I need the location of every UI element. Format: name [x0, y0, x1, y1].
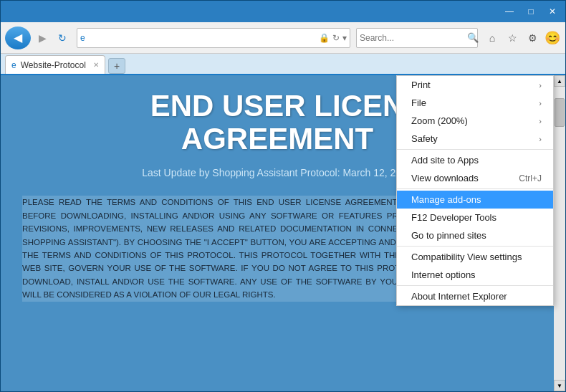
scroll-down-button[interactable]: ▼ — [554, 380, 565, 391]
address-refresh-icon[interactable]: ↻ — [332, 33, 340, 43]
forward-button[interactable]: ▶ — [34, 29, 51, 47]
scrollbar-thumb[interactable] — [555, 98, 565, 127]
maximize-button[interactable]: □ — [521, 4, 541, 19]
menu-item-arrow: › — [539, 99, 542, 107]
title-bar: — □ ✕ — [1, 1, 565, 22]
favorites-button[interactable]: ☆ — [504, 29, 521, 47]
menu-item-add-site[interactable]: Add site to Apps — [397, 151, 553, 169]
menu-item-view-downloads[interactable]: View downloadsCtrl+J — [397, 169, 553, 187]
menu-item-label: Print — [411, 80, 431, 90]
menu-item-print[interactable]: Print› — [397, 76, 553, 94]
home-button[interactable]: ⌂ — [484, 29, 501, 47]
menu-item-label: File — [411, 97, 426, 108]
address-dropdown-icon[interactable]: ▾ — [342, 33, 347, 43]
menu-item-shortcut: Ctrl+J — [519, 173, 542, 183]
back-button[interactable]: ◀ — [5, 27, 31, 49]
tab-favicon: e — [11, 60, 16, 70]
menu-separator — [397, 188, 553, 189]
menu-item-safety[interactable]: Safety› — [397, 130, 553, 148]
address-input[interactable] — [88, 33, 319, 43]
menu-separator — [397, 285, 553, 286]
menu-separator — [397, 149, 553, 150]
window-controls: — □ ✕ — [499, 4, 562, 19]
search-input[interactable] — [360, 33, 467, 43]
address-favicon: e — [80, 33, 85, 43]
menu-item-zoom[interactable]: Zoom (200%)› — [397, 112, 553, 130]
menu-item-label: Internet options — [411, 269, 476, 280]
active-tab[interactable]: e Website-Protocol ✕ — [5, 55, 105, 74]
menu-item-label: Go to pinned sites — [411, 230, 486, 241]
content-area: END USER LICEN AGREEMENT Last Update by … — [1, 75, 565, 391]
menu-item-label: Add site to Apps — [411, 155, 479, 166]
tab-bar: e Website-Protocol ✕ + — [1, 54, 565, 75]
menu-item-label: Safety — [411, 133, 438, 144]
tab-label: Website-Protocol — [21, 60, 86, 70]
menu-item-internet-options[interactable]: Internet options — [397, 266, 553, 284]
address-lock-icon: 🔒 — [319, 33, 330, 43]
menu-item-arrow: › — [539, 117, 542, 125]
menu-separator — [397, 246, 553, 247]
scroll-up-button[interactable]: ▲ — [554, 75, 565, 87]
menu-item-label: Zoom (200%) — [411, 115, 468, 126]
menu-item-file[interactable]: File› — [397, 94, 553, 112]
menu-item-compat-view[interactable]: Compatibility View settings — [397, 248, 553, 266]
menu-item-label: Compatibility View settings — [411, 252, 522, 262]
tools-button[interactable]: ⚙ — [524, 29, 541, 47]
close-button[interactable]: ✕ — [542, 4, 562, 19]
menu-item-arrow: › — [539, 135, 542, 143]
menu-item-label: Manage add-ons — [411, 194, 481, 205]
scrollbar[interactable]: ▲ ▼ — [554, 75, 565, 391]
refresh-button[interactable]: ↻ — [54, 29, 71, 47]
minimize-button[interactable]: — — [499, 4, 519, 19]
nav-bar: ◀ ▶ ↻ e 🔒 ↻ ▾ 🔍 ⌂ ☆ ⚙ 😊 — [1, 22, 565, 54]
menu-item-about-ie[interactable]: About Internet Explorer — [397, 287, 553, 305]
search-bar-wrapper: 🔍 — [356, 28, 478, 48]
search-button[interactable]: 🔍 — [467, 32, 479, 43]
menu-item-arrow: › — [539, 81, 542, 90]
tab-close-button[interactable]: ✕ — [93, 61, 99, 69]
menu-item-go-pinned[interactable]: Go to pinned sites — [397, 226, 553, 244]
nav-icons: ⌂ ☆ ⚙ 😊 — [484, 29, 561, 47]
menu-item-f12[interactable]: F12 Developer Tools — [397, 209, 553, 226]
address-bar-wrapper: e 🔒 ↻ ▾ — [77, 28, 350, 48]
menu-item-label: About Internet Explorer — [411, 291, 507, 302]
ie-window: — □ ✕ ◀ ▶ ↻ e 🔒 ↻ ▾ 🔍 ⌂ ☆ ⚙ 😊 — [0, 0, 566, 392]
address-actions: 🔒 ↻ ▾ — [319, 33, 347, 43]
tools-dropdown-menu: Print›File›Zoom (200%)›Safety›Add site t… — [396, 75, 554, 306]
new-tab-button[interactable]: + — [108, 58, 125, 74]
menu-item-manage-addons[interactable]: Manage add-ons — [397, 191, 553, 209]
menu-item-label: View downloads — [411, 173, 479, 183]
menu-item-label: F12 Developer Tools — [411, 212, 497, 223]
feedback-button[interactable]: 😊 — [544, 29, 561, 47]
